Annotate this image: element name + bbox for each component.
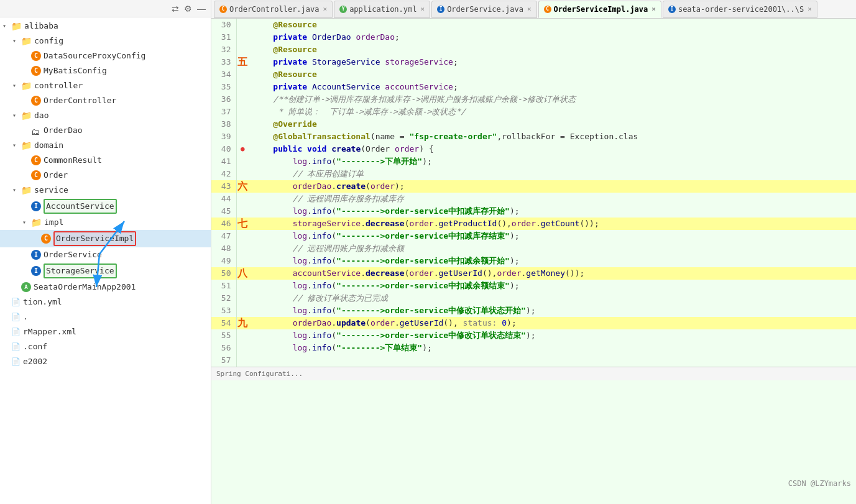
- tree-item-commonresult[interactable]: C CommonResult: [0, 153, 211, 168]
- line-number: 37: [211, 106, 236, 118]
- tree-item-tion-yml[interactable]: 📄 tion.yml: [0, 295, 211, 309]
- line-gutter: [236, 342, 249, 354]
- line-content: @Resource: [249, 19, 856, 31]
- tab-label: application.yml: [349, 5, 416, 14]
- line-number: 57: [211, 354, 236, 367]
- arrow-icon: ▾: [12, 35, 20, 47]
- close-icon[interactable]: ×: [651, 5, 656, 13]
- tree-item-ordercontroller[interactable]: C OrderController: [0, 93, 211, 108]
- line-number: 31: [211, 31, 236, 44]
- file-icon: 📄: [11, 326, 21, 338]
- tree-item-e2002[interactable]: 📄 e2002: [0, 354, 211, 369]
- arrow-icon: ▾: [12, 109, 20, 122]
- tree-item-order[interactable]: C Order: [0, 168, 211, 183]
- line-gutter: 六: [236, 180, 249, 193]
- tree-item-dot[interactable]: 📄 .: [0, 309, 211, 324]
- sidebar: ⇄ ⚙ — ▾ 📁 alibaba ▾ 📁 config C DataSourc…: [0, 0, 211, 504]
- tree-label: OrderServiceImpl: [53, 231, 136, 246]
- code-line-43: 43 六 orderDao.create(order);: [211, 180, 856, 193]
- line-gutter: [236, 205, 249, 218]
- tree-item-orderservice[interactable]: I OrderService: [0, 247, 211, 262]
- code-line-52: 52 // 修改订单状态为已完成: [211, 292, 856, 305]
- line-gutter: [236, 131, 249, 143]
- arrow-icon: ▾: [12, 184, 20, 196]
- tab-label: OrderService.java: [447, 5, 523, 14]
- line-gutter: [236, 230, 249, 242]
- line-gutter: [236, 106, 249, 118]
- line-content: private OrderDao orderDao;: [249, 31, 856, 44]
- layout-toggle-button[interactable]: ⇄: [169, 2, 182, 15]
- line-number: 40: [211, 143, 236, 155]
- tab-application-yml[interactable]: Y application.yml ×: [334, 1, 430, 18]
- line-gutter: [236, 118, 249, 131]
- line-content: log.info("-------->order-service中扣减余额开始"…: [249, 255, 856, 267]
- line-gutter: [236, 81, 249, 93]
- line-number: 43: [211, 180, 236, 193]
- tree-item-orderdao[interactable]: 🗂 OrderDao: [0, 123, 211, 138]
- tree-item-seataordermainapp2001[interactable]: A SeataOrderMainApp2001: [0, 280, 211, 295]
- close-icon[interactable]: ×: [527, 5, 532, 13]
- code-line-45: 45 log.info("-------->order-service中扣减库存…: [211, 205, 856, 218]
- file-icon: 📄: [11, 341, 21, 353]
- tab-orderserviceimpl[interactable]: C OrderServiceImpl.java ×: [538, 1, 661, 18]
- tab-icon-i: I: [437, 6, 444, 13]
- tree-label: MyBatisConfig: [44, 65, 107, 77]
- tree-label: AccountService: [44, 199, 117, 214]
- tree-item-service[interactable]: ▾ 📁 service: [0, 183, 211, 198]
- code-line-42: 42 // 本应用创建订单: [211, 168, 856, 180]
- arrow-icon: ▾: [12, 80, 20, 92]
- tree-item-conf[interactable]: 📄 .conf: [0, 339, 211, 354]
- line-content: orderDao.create(order);: [249, 180, 856, 193]
- tree-item-mybatisconfig[interactable]: C MyBatisConfig: [0, 63, 211, 78]
- minimize-button[interactable]: —: [195, 2, 208, 15]
- line-gutter: [236, 292, 249, 305]
- tree-item-rmapper-xml[interactable]: 📄 rMapper.xml: [0, 324, 211, 339]
- tree-item-accountservice[interactable]: I AccountService: [0, 198, 211, 215]
- line-gutter: [236, 329, 249, 342]
- tree-item-storageservice[interactable]: I StorageService: [0, 262, 211, 280]
- bottom-status-bar: Spring Configurati...: [211, 367, 856, 380]
- line-number: 55: [211, 329, 236, 342]
- tree-item-alibaba[interactable]: ▾ 📁 alibaba: [0, 19, 211, 34]
- close-icon[interactable]: ×: [323, 5, 328, 13]
- code-editor[interactable]: 30 @Resource 31 private OrderDao orderDa…: [211, 19, 856, 504]
- tree-label: config: [34, 35, 63, 47]
- close-icon[interactable]: ×: [808, 5, 812, 13]
- line-content: log.info("-------->order-service中扣减库存开始"…: [249, 205, 856, 218]
- tree-item-datasourceproxyconfig[interactable]: C DataSourceProxyConfig: [0, 48, 211, 63]
- folder-icon: 📁: [11, 20, 22, 32]
- line-content: log.info("-------->order-service中扣减余额结束"…: [249, 280, 856, 292]
- tree-label: OrderDao: [44, 124, 83, 137]
- tree-item-config[interactable]: ▾ 📁 config: [0, 34, 211, 48]
- line-number: 56: [211, 342, 236, 354]
- tree-label: impl: [44, 216, 63, 229]
- line-number: 42: [211, 168, 236, 180]
- tree-label: DataSourceProxyConfig: [44, 50, 145, 62]
- tab-icon-c: C: [219, 6, 227, 13]
- sidebar-toolbar: ⇄ ⚙ —: [0, 0, 211, 17]
- line-number: 46: [211, 218, 236, 230]
- tab-orderservice[interactable]: I OrderService.java ×: [431, 1, 536, 18]
- line-gutter: [236, 19, 249, 31]
- line-content: @Resource: [249, 44, 856, 56]
- tree-item-domain[interactable]: ▾ 📁 domain: [0, 138, 211, 153]
- line-gutter: 七: [236, 218, 249, 230]
- tree-item-orderserviceimpl[interactable]: C OrderServiceImpl: [0, 230, 211, 247]
- tab-ordercontroller[interactable]: C OrderController.java ×: [214, 1, 333, 18]
- line-content: orderDao.update(order.getUserId(), statu…: [249, 317, 856, 329]
- settings-button[interactable]: ⚙: [182, 2, 195, 15]
- file-icon: 📄: [11, 296, 21, 308]
- tree-label: service: [34, 184, 68, 196]
- folder-icon: 📁: [21, 139, 32, 152]
- folder-icon: 📁: [21, 184, 32, 196]
- line-gutter: [236, 280, 249, 292]
- tree-item-controller[interactable]: ▾ 📁 controller: [0, 78, 211, 93]
- tree-item-dao[interactable]: ▾ 📁 dao: [0, 108, 211, 123]
- line-number: 53: [211, 305, 236, 317]
- tree-item-impl[interactable]: ▾ 📁 impl: [0, 215, 211, 230]
- close-icon[interactable]: ×: [421, 5, 425, 13]
- tab-label: OrderController.java: [229, 5, 320, 14]
- tab-seata-order[interactable]: I seata-order-service2001\..\S ×: [663, 1, 817, 18]
- line-gutter: [236, 155, 249, 168]
- line-number: 45: [211, 205, 236, 218]
